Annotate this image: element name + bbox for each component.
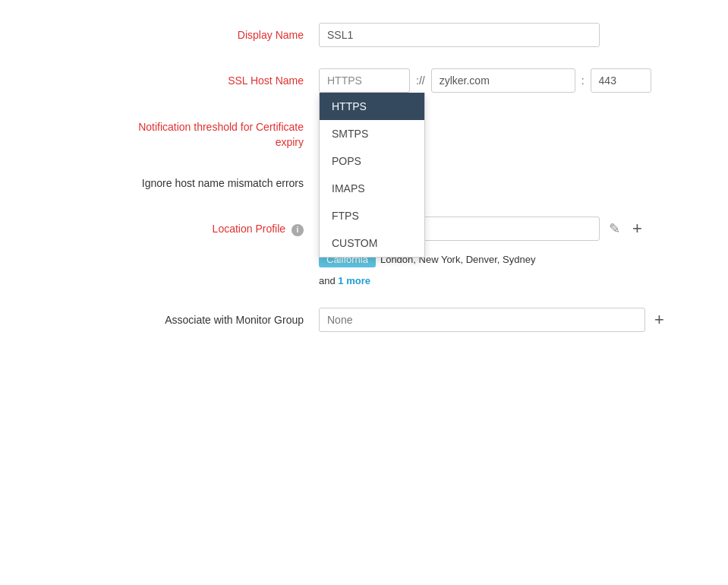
associate-group: + — [319, 308, 667, 332]
protocol-button[interactable]: HTTPS — [319, 68, 410, 93]
protocol-option-ftps[interactable]: FTPS — [320, 202, 424, 229]
protocol-separator: :// — [414, 74, 427, 87]
monitor-group-input[interactable] — [319, 308, 645, 332]
ssl-host-name-label: SSL Host Name — [30, 68, 319, 87]
protocol-option-https[interactable]: HTTPS — [320, 93, 424, 120]
location-profile-label: Location Profile i — [30, 217, 319, 236]
display-name-label: Display Name — [30, 23, 319, 41]
protocol-dropdown: HTTPS SMTPS POPS IMAPS FTPS CUSTOM — [319, 93, 425, 258]
ssl-host-group: HTTPS HTTPS SMTPS POPS IMAPS FTPS CUSTOM… — [319, 68, 651, 93]
notification-threshold-label: Notification threshold for Certificate e… — [30, 114, 319, 150]
protocol-option-imaps[interactable]: IMAPS — [320, 175, 424, 202]
edit-location-button[interactable]: ✎ — [606, 219, 623, 239]
associate-monitor-group-control: + — [319, 308, 698, 332]
associate-monitor-group-label: Associate with Monitor Group — [30, 308, 319, 326]
ignore-mismatch-label: Ignore host name mismatch errors — [30, 171, 319, 189]
display-name-control — [319, 23, 698, 47]
port-input[interactable] — [591, 68, 651, 93]
more-link[interactable]: 1 more — [338, 275, 370, 286]
hostname-input[interactable] — [431, 68, 575, 93]
display-name-input[interactable] — [319, 23, 600, 47]
ssl-host-name-control: HTTPS HTTPS SMTPS POPS IMAPS FTPS CUSTOM… — [319, 68, 698, 93]
more-locations-row: and 1 more — [319, 275, 370, 286]
protocol-option-custom[interactable]: CUSTOM — [320, 229, 424, 257]
ssl-host-name-row: SSL Host Name HTTPS HTTPS SMTPS POPS IMA… — [30, 68, 698, 93]
add-location-button[interactable]: + — [629, 217, 645, 240]
protocol-option-pops[interactable]: POPS — [320, 147, 424, 175]
associate-monitor-group-row: Associate with Monitor Group + — [30, 308, 698, 332]
port-separator: : — [580, 74, 586, 87]
display-name-row: Display Name — [30, 23, 698, 47]
more-text: and — [319, 275, 336, 286]
protocol-select-wrapper: HTTPS HTTPS SMTPS POPS IMAPS FTPS CUSTOM — [319, 68, 410, 93]
location-profile-info-icon[interactable]: i — [292, 224, 304, 236]
protocol-option-smtps[interactable]: SMTPS — [320, 120, 424, 147]
add-monitor-group-button[interactable]: + — [651, 308, 667, 331]
